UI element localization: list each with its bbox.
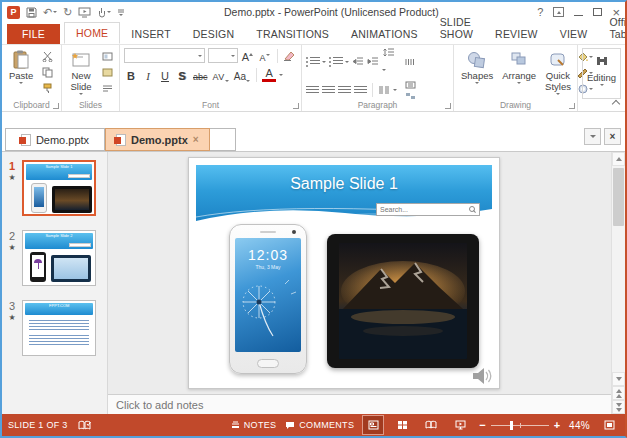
undo-icon[interactable]: ↶	[43, 7, 57, 18]
align-left-icon[interactable]	[306, 86, 319, 95]
increase-indent-icon[interactable]	[367, 57, 379, 66]
slide-counter[interactable]: SLIDE 1 OF 3	[8, 420, 68, 430]
cut-icon[interactable]	[39, 50, 55, 63]
slide-layout-icon[interactable]	[99, 50, 115, 63]
start-from-beginning-icon[interactable]	[78, 7, 91, 18]
font-dialog-launcher[interactable]	[293, 103, 299, 109]
tab-office-tab[interactable]: Office Tab	[598, 12, 627, 44]
help-button[interactable]: ?	[537, 6, 543, 18]
columns-icon[interactable]	[378, 86, 390, 95]
justify-icon[interactable]	[354, 86, 367, 95]
text-shadow-button[interactable]: S	[175, 67, 189, 82]
slide-search-box[interactable]	[376, 203, 480, 216]
comments-toggle[interactable]: COMMENTS	[285, 420, 354, 430]
touch-mouse-mode-icon[interactable]	[97, 7, 111, 18]
close-document-button[interactable]: ×	[604, 128, 621, 145]
font-color-button[interactable]: A	[262, 67, 276, 82]
format-painter-icon[interactable]	[39, 82, 55, 95]
underline-button[interactable]: U	[158, 67, 172, 82]
previous-slide-icon[interactable]	[612, 386, 625, 400]
tab-list-dropdown-button[interactable]	[584, 128, 601, 145]
notes-toggle[interactable]: NOTES	[231, 420, 277, 430]
numbering-icon[interactable]	[329, 57, 349, 67]
slide-editor[interactable]: Sample Slide 1 12:03 Thu, 3 May	[188, 157, 500, 389]
copy-icon[interactable]	[39, 66, 55, 79]
clear-formatting-icon[interactable]	[282, 49, 297, 62]
slide-sorter-view-button[interactable]	[392, 416, 412, 434]
next-slide-icon[interactable]	[612, 400, 625, 414]
quick-styles-button[interactable]: Quick Styles	[542, 48, 574, 99]
scrollbar-thumb[interactable]	[613, 168, 624, 226]
grow-font-button[interactable]: A	[241, 48, 255, 63]
clipboard-dialog-launcher[interactable]	[53, 103, 59, 109]
slide-thumbnail-3[interactable]: FPPT.COM	[22, 300, 96, 356]
align-center-icon[interactable]	[322, 86, 335, 95]
smartphone-image[interactable]: 12:03 Thu, 3 May	[229, 224, 307, 374]
spell-check-icon[interactable]	[78, 420, 91, 431]
paragraph-dialog-launcher[interactable]	[445, 103, 451, 109]
font-color-dropdown[interactable]	[279, 74, 283, 76]
slide-thumbnail-1[interactable]: Sample Slide 1	[22, 160, 96, 216]
align-text-icon[interactable]	[402, 80, 418, 89]
tab-animations[interactable]: ANIMATIONS	[340, 24, 429, 44]
character-spacing-button[interactable]: AV	[212, 67, 230, 82]
tab-insert[interactable]: INSERT	[120, 24, 182, 44]
section-icon[interactable]	[99, 82, 115, 95]
tab-slide-show[interactable]: SLIDE SHOW	[429, 12, 484, 44]
minimize-button[interactable]	[574, 15, 583, 16]
italic-button[interactable]: I	[141, 67, 155, 82]
search-input[interactable]	[377, 206, 469, 213]
font-size-combo[interactable]	[208, 48, 238, 63]
line-spacing-icon[interactable]	[382, 48, 395, 75]
ribbon-display-options-button[interactable]	[553, 7, 564, 17]
zoom-out-button[interactable]: −	[479, 420, 485, 431]
tab-review[interactable]: REVIEW	[484, 24, 549, 44]
vertical-scrollbar[interactable]	[611, 152, 625, 414]
tab-transitions[interactable]: TRANSITIONS	[245, 24, 340, 44]
arrange-button[interactable]: Arrange	[499, 48, 539, 99]
strikethrough-button[interactable]: abc	[192, 67, 209, 82]
scroll-up-icon[interactable]	[612, 152, 625, 166]
tablet-image[interactable]	[327, 234, 479, 368]
shapes-button[interactable]: Shapes	[458, 48, 496, 99]
zoom-slider-thumb[interactable]	[510, 421, 513, 430]
align-right-icon[interactable]	[338, 86, 351, 95]
zoom-slider[interactable]	[491, 425, 549, 426]
drawing-dialog-launcher[interactable]	[569, 103, 575, 109]
slide-thumbnail-2[interactable]: Sample Slide 2	[22, 230, 96, 286]
redo-icon[interactable]: ↻	[63, 7, 72, 18]
bullets-icon[interactable]	[306, 57, 326, 67]
normal-view-button[interactable]	[363, 416, 383, 434]
slide-show-button[interactable]	[450, 416, 470, 434]
doc-tab-demo-1[interactable]: Demo.pptx	[5, 128, 105, 151]
customize-qat-icon[interactable]	[117, 9, 125, 16]
tab-design[interactable]: DESIGN	[182, 24, 245, 44]
zoom-level[interactable]: 44%	[569, 420, 590, 431]
convert-smartart-icon[interactable]	[402, 91, 418, 100]
audio-speaker-icon[interactable]	[471, 366, 493, 386]
new-tab-stub[interactable]	[210, 128, 236, 151]
paste-button[interactable]: Paste	[6, 48, 36, 99]
text-direction-icon[interactable]	[402, 57, 418, 66]
doc-tab-demo-2-active[interactable]: Demo.pptx ×	[105, 128, 210, 151]
font-name-combo[interactable]	[124, 48, 205, 63]
fit-slide-to-window-icon[interactable]	[599, 416, 619, 434]
zoom-in-button[interactable]: +	[554, 420, 560, 431]
bold-button[interactable]: B	[124, 67, 138, 82]
tab-view[interactable]: VIEW	[549, 24, 599, 44]
reading-view-button[interactable]	[421, 416, 441, 434]
slide-title[interactable]: Sample Slide 1	[196, 175, 492, 193]
close-tab-icon[interactable]: ×	[193, 134, 199, 145]
notes-pane[interactable]: Click to add notes	[108, 394, 611, 414]
tab-file[interactable]: FILE	[7, 24, 60, 44]
tab-home[interactable]: HOME	[64, 22, 120, 44]
change-case-button[interactable]: Aa	[233, 67, 251, 82]
slide-header-graphic[interactable]: Sample Slide 1	[196, 165, 492, 223]
new-slide-button[interactable]: New Slide	[66, 48, 96, 99]
editing-button[interactable]: Editing	[582, 48, 621, 99]
shrink-font-button[interactable]: A	[258, 48, 272, 63]
decrease-indent-icon[interactable]	[352, 57, 364, 66]
save-icon[interactable]	[26, 7, 37, 18]
reset-slide-icon[interactable]	[99, 66, 115, 79]
scroll-down-icon[interactable]	[612, 372, 625, 386]
